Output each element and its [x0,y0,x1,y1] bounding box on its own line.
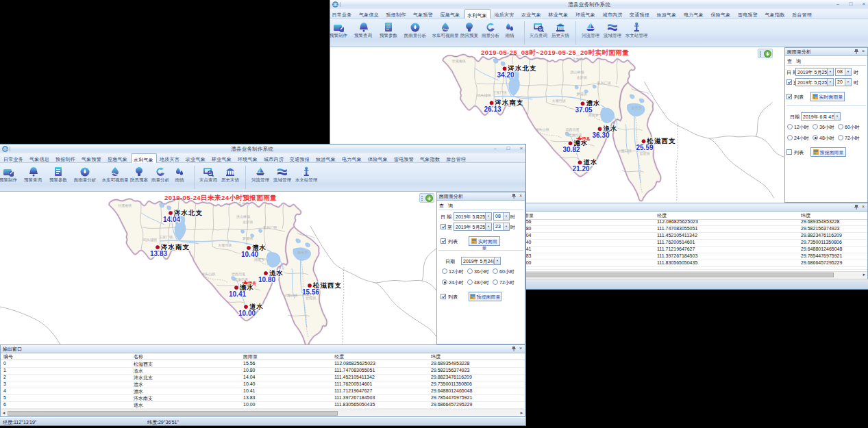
svg-text:10.80: 10.80 [258,276,275,284]
svg-text:13.83: 13.83 [150,250,167,257]
svg-text:36.30: 36.30 [593,131,610,139]
svg-text:10.40: 10.40 [241,251,258,258]
svg-text:30.82: 30.82 [563,146,580,153]
svg-text:37.05: 37.05 [575,106,593,114]
svg-text:34.20: 34.20 [497,71,514,79]
svg-text:15.56: 15.56 [302,288,319,296]
svg-text:26.13: 26.13 [484,105,501,113]
svg-text:25.59: 25.59 [636,144,654,151]
svg-text:14.04: 14.04 [163,216,180,223]
svg-text:21.20: 21.20 [573,165,590,173]
svg-text:10.00: 10.00 [238,310,256,317]
svg-text:10.41: 10.41 [229,290,246,298]
